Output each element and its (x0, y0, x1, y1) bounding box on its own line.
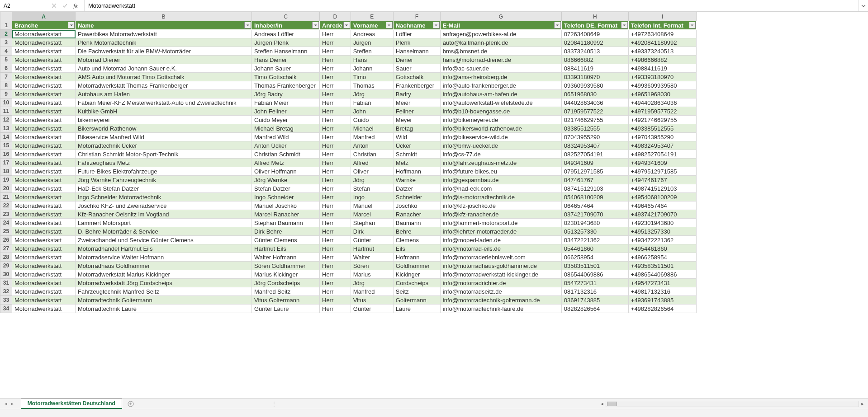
cell-I31[interactable]: +49547273431 (628, 279, 696, 287)
cell-C22[interactable]: Manuel Joschko (252, 201, 320, 210)
cell-F29[interactable]: Goldhammer (393, 262, 440, 270)
cell-A19[interactable]: Motorradwerkstatt (12, 176, 76, 184)
cell-H10[interactable]: 044028634036 (561, 98, 628, 107)
cell-E5[interactable]: Hans (351, 56, 393, 64)
cell-B21[interactable]: Ingo Schneider Motorradtechnik (76, 193, 252, 201)
row-header-4[interactable]: 4 (0, 47, 12, 56)
cell-G13[interactable]: info@bikersworld-rathenow.de (440, 124, 561, 133)
cell-H19[interactable]: 047461767 (561, 176, 628, 184)
cell-D3[interactable]: Herr (320, 38, 351, 47)
cell-E4[interactable]: Steffen (351, 47, 393, 56)
col-header-E[interactable]: E (351, 12, 393, 21)
cell-D25[interactable]: Herr (320, 227, 351, 236)
cell-B3[interactable]: Plenk Motorradtechnik (76, 38, 252, 47)
cell-C3[interactable]: Jürgen Plenk (252, 38, 320, 47)
cell-H3[interactable]: 020841180992 (561, 38, 628, 47)
cell-F14[interactable]: Wild (393, 133, 440, 141)
cell-H13[interactable]: 03385512555 (561, 124, 628, 133)
cell-I32[interactable]: +49817132316 (628, 287, 696, 296)
cell-C27[interactable]: Hartmut Eils (252, 244, 320, 253)
tab-nav-prev-icon[interactable]: ◄ (4, 401, 8, 406)
cell-C18[interactable]: Oliver Hoffmann (252, 167, 320, 176)
cell-I6[interactable]: +4988411619 (628, 64, 696, 73)
cell-H34[interactable]: 08282826564 (561, 305, 628, 313)
row-header-14[interactable]: 14 (0, 133, 12, 141)
cell-E24[interactable]: Stephan (351, 219, 393, 227)
cell-C12[interactable]: Guido Meyer (252, 116, 320, 124)
cell-C5[interactable]: Hans Diener (252, 56, 320, 64)
cell-A24[interactable]: Motorradwerkstatt (12, 219, 76, 227)
cell-F27[interactable]: Eils (393, 244, 440, 253)
row-header-18[interactable]: 18 (0, 167, 12, 176)
cell-E22[interactable]: Manuel (351, 201, 393, 210)
cell-H33[interactable]: 03691743885 (561, 296, 628, 305)
col-header-F[interactable]: F (393, 12, 440, 21)
cell-F31[interactable]: Cordscheips (393, 279, 440, 287)
cell-E20[interactable]: Stefan (351, 184, 393, 193)
cell-C11[interactable]: John Fellner (252, 107, 320, 116)
cell-F10[interactable]: Meier (393, 98, 440, 107)
filter-dropdown-icon[interactable] (689, 22, 696, 28)
cell-G14[interactable]: info@bikeservice-wild.de (440, 133, 561, 141)
row-header-33[interactable]: 33 (0, 296, 12, 305)
cell-D28[interactable]: Herr (320, 253, 351, 262)
row-header-15[interactable]: 15 (0, 141, 12, 150)
cancel-icon[interactable] (49, 1, 59, 11)
cell-B17[interactable]: Fahrzeughaus Metz (76, 159, 252, 167)
cell-C26[interactable]: Günter Clemens (252, 236, 320, 244)
cell-A33[interactable]: Motorradwerkstatt (12, 296, 76, 305)
add-sheet-button[interactable] (126, 399, 136, 409)
cell-I10[interactable]: +4944028634036 (628, 98, 696, 107)
cell-G7[interactable]: info@ams-rheinsberg.de (440, 73, 561, 81)
cell-I5[interactable]: +4986666882 (628, 56, 696, 64)
cell-H26[interactable]: 03472221362 (561, 236, 628, 244)
cell-B31[interactable]: Motorradwerkstatt Jörg Cordscheips (76, 279, 252, 287)
cell-G22[interactable]: info@kfz-joschko.de (440, 201, 561, 210)
cell-G17[interactable]: info@fahrzeughaus-metz.de (440, 159, 561, 167)
cell-A13[interactable]: Motorradwerkstatt (12, 124, 76, 133)
cell-I18[interactable]: +4979512971585 (628, 167, 696, 176)
cell-C20[interactable]: Stefan Datzer (252, 184, 320, 193)
row-header-2[interactable]: 2 (0, 30, 12, 38)
cell-B18[interactable]: Future-Bikes Elektrofahrzeuge (76, 167, 252, 176)
row-header-1[interactable]: 1 (0, 21, 12, 30)
cell-G8[interactable]: info@auto-frankenberger.de (440, 81, 561, 90)
cell-D8[interactable]: Herr (320, 81, 351, 90)
cell-I25[interactable]: +49513257330 (628, 227, 696, 236)
cell-B13[interactable]: Bikersworld Rathenow (76, 124, 252, 133)
cell-D26[interactable]: Herr (320, 236, 351, 244)
cell-F6[interactable]: Sauer (393, 64, 440, 73)
cell-H29[interactable]: 03583511501 (561, 262, 628, 270)
row-header-13[interactable]: 13 (0, 124, 12, 133)
cell-A6[interactable]: Motorradwerkstatt (12, 64, 76, 73)
row-header-19[interactable]: 19 (0, 176, 12, 184)
cell-A32[interactable]: Motorradwerkstatt (12, 287, 76, 296)
cell-B28[interactable]: Motorradservice Walter Hofmann (76, 253, 252, 262)
cell-G19[interactable]: info@gespannbau.de (440, 176, 561, 184)
cell-E33[interactable]: Vitus (351, 296, 393, 305)
cell-E9[interactable]: Jörg (351, 90, 393, 98)
cell-B8[interactable]: Motorradwerkstatt Thomas Frankenberger (76, 81, 252, 90)
cell-A34[interactable]: Motorradwerkstatt (12, 305, 76, 313)
cell-I22[interactable]: +4964657464 (628, 201, 696, 210)
cell-E27[interactable]: Hartmut (351, 244, 393, 253)
cell-H20[interactable]: 087415129103 (561, 184, 628, 193)
cell-F8[interactable]: Frankenberger (393, 81, 440, 90)
cell-A18[interactable]: Motorradwerkstatt (12, 167, 76, 176)
row-header-31[interactable]: 31 (0, 279, 12, 287)
cell-E6[interactable]: Johann (351, 64, 393, 73)
row-header-22[interactable]: 22 (0, 201, 12, 210)
filter-dropdown-icon[interactable] (621, 22, 628, 28)
row-header-20[interactable]: 20 (0, 184, 12, 193)
col-header-I[interactable]: I (628, 12, 696, 21)
cell-H5[interactable]: 086666882 (561, 56, 628, 64)
cell-E26[interactable]: Günter (351, 236, 393, 244)
cell-E7[interactable]: Timo (351, 73, 393, 81)
cell-I4[interactable]: +493373240513 (628, 47, 696, 56)
filter-dropdown-icon[interactable] (312, 22, 319, 28)
cell-D31[interactable]: Herr (320, 279, 351, 287)
cell-A12[interactable]: Motorradwerkstatt (12, 116, 76, 124)
cell-A23[interactable]: Motorradwerkstatt (12, 210, 76, 219)
cell-A5[interactable]: Motorradwerkstatt (12, 56, 76, 64)
cell-B26[interactable]: Zweiradhandel und Service Günter Clemens (76, 236, 252, 244)
